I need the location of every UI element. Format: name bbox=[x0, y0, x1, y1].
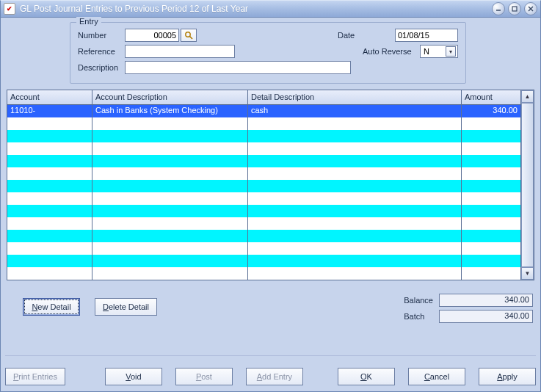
grid-scrollbar[interactable]: ▲ ▼ bbox=[521, 90, 534, 280]
table-row[interactable] bbox=[7, 130, 520, 142]
entry-legend: Entry bbox=[76, 17, 101, 26]
mid-row: New Detail Delete Detail Balance 340.00 … bbox=[7, 294, 534, 323]
window-title: GL Post Journal Entries to Previous Peri… bbox=[20, 4, 492, 14]
scroll-up-button[interactable]: ▲ bbox=[521, 90, 534, 103]
table-row[interactable] bbox=[7, 205, 520, 217]
table-row[interactable]: 11010-Cash in Banks (System Checking)cas… bbox=[7, 105, 520, 117]
cell-account bbox=[7, 242, 92, 255]
number-lookup-button[interactable] bbox=[181, 29, 197, 42]
new-detail-button[interactable]: New Detail bbox=[23, 298, 80, 316]
table-row[interactable] bbox=[7, 267, 520, 280]
cell-detail-desc bbox=[248, 217, 462, 230]
app-icon: ✔ bbox=[4, 3, 15, 15]
auto-reverse-label: Auto Reverse bbox=[363, 47, 420, 56]
auto-reverse-select[interactable]: N ▾ bbox=[420, 45, 458, 58]
cell-amount bbox=[462, 155, 520, 167]
col-amount[interactable]: Amount bbox=[462, 90, 520, 104]
cell-account-desc bbox=[92, 192, 248, 205]
ok-button[interactable]: OK bbox=[338, 368, 395, 385]
table-row[interactable] bbox=[7, 192, 520, 205]
cell-detail-desc bbox=[248, 142, 462, 155]
add-entry-button[interactable]: Add Entry bbox=[246, 368, 303, 385]
cell-amount bbox=[462, 142, 520, 155]
cell-account bbox=[7, 142, 92, 155]
cell-account-desc bbox=[92, 255, 248, 267]
col-account[interactable]: Account bbox=[7, 90, 92, 104]
maximize-button[interactable] bbox=[508, 2, 521, 15]
table-row[interactable] bbox=[7, 180, 520, 192]
balance-value: 340.00 bbox=[439, 294, 533, 307]
scroll-down-button[interactable]: ▼ bbox=[521, 267, 534, 280]
cell-account-desc bbox=[92, 117, 248, 130]
cell-detail-desc bbox=[248, 205, 462, 217]
svg-line-5 bbox=[190, 37, 193, 40]
reference-input[interactable] bbox=[125, 45, 235, 58]
cell-amount bbox=[462, 217, 520, 230]
cell-account bbox=[7, 117, 92, 130]
void-button[interactable]: Void bbox=[105, 368, 162, 385]
cell-account: 11010- bbox=[7, 105, 92, 117]
description-label: Description bbox=[78, 63, 125, 72]
close-button[interactable] bbox=[524, 2, 537, 15]
reference-label: Reference bbox=[78, 47, 125, 56]
batch-label: Batch bbox=[404, 312, 433, 321]
cell-detail-desc bbox=[248, 117, 462, 130]
cell-account-desc bbox=[92, 205, 248, 217]
table-row[interactable] bbox=[7, 167, 520, 180]
cell-detail-desc bbox=[248, 230, 462, 242]
cell-detail-desc bbox=[248, 267, 462, 280]
table-row[interactable] bbox=[7, 142, 520, 155]
svg-point-4 bbox=[186, 32, 190, 37]
cell-amount bbox=[462, 192, 520, 205]
bottom-buttons: Print Entries Void Post Add Entry OK Can… bbox=[5, 355, 536, 385]
grid-header: Account Account Description Detail Descr… bbox=[7, 90, 520, 105]
number-input[interactable] bbox=[125, 29, 179, 42]
cell-account-desc bbox=[92, 180, 248, 192]
apply-button[interactable]: Apply bbox=[479, 368, 536, 385]
col-detail-desc[interactable]: Detail Description bbox=[248, 90, 462, 104]
cell-account-desc bbox=[92, 142, 248, 155]
cell-detail-desc bbox=[248, 180, 462, 192]
search-icon bbox=[184, 31, 193, 40]
cell-detail-desc bbox=[248, 242, 462, 255]
cell-amount bbox=[462, 180, 520, 192]
cell-account bbox=[7, 192, 92, 205]
post-button[interactable]: Post bbox=[175, 368, 233, 385]
cancel-button[interactable]: Cancel bbox=[408, 368, 465, 385]
cell-detail-desc bbox=[248, 130, 462, 142]
cell-amount bbox=[462, 167, 520, 180]
cell-account bbox=[7, 217, 92, 230]
delete-detail-button[interactable]: Delete Detail bbox=[95, 298, 157, 316]
client-area: Entry Number Date Reference bbox=[0, 18, 541, 392]
table-row[interactable] bbox=[7, 217, 520, 230]
cell-account bbox=[7, 130, 92, 142]
cell-account-desc: Cash in Banks (System Checking) bbox=[92, 105, 248, 117]
detail-grid: Account Account Description Detail Descr… bbox=[7, 90, 534, 280]
print-entries-button[interactable]: Print Entries bbox=[5, 368, 65, 385]
titlebar: ✔ GL Post Journal Entries to Previous Pe… bbox=[0, 0, 541, 18]
cell-account bbox=[7, 155, 92, 167]
batch-value: 340.00 bbox=[439, 310, 533, 323]
cell-detail-desc: cash bbox=[248, 105, 462, 117]
cell-amount bbox=[462, 242, 520, 255]
close-icon bbox=[528, 6, 534, 12]
cell-detail-desc bbox=[248, 255, 462, 267]
table-row[interactable] bbox=[7, 255, 520, 267]
cell-detail-desc bbox=[248, 155, 462, 167]
table-row[interactable] bbox=[7, 117, 520, 130]
table-row[interactable] bbox=[7, 230, 520, 242]
description-input[interactable] bbox=[125, 61, 351, 74]
cell-account-desc bbox=[92, 155, 248, 167]
cell-account bbox=[7, 167, 92, 180]
table-row[interactable] bbox=[7, 242, 520, 255]
cell-account bbox=[7, 180, 92, 192]
number-label: Number bbox=[78, 31, 125, 40]
col-account-desc[interactable]: Account Description bbox=[92, 90, 248, 104]
date-input[interactable] bbox=[395, 29, 458, 42]
table-row[interactable] bbox=[7, 155, 520, 167]
minimize-button[interactable] bbox=[492, 2, 505, 15]
cell-account bbox=[7, 255, 92, 267]
balance-label: Balance bbox=[404, 296, 433, 305]
scroll-thumb[interactable] bbox=[521, 103, 534, 267]
grid-body[interactable]: 11010-Cash in Banks (System Checking)cas… bbox=[7, 105, 520, 280]
